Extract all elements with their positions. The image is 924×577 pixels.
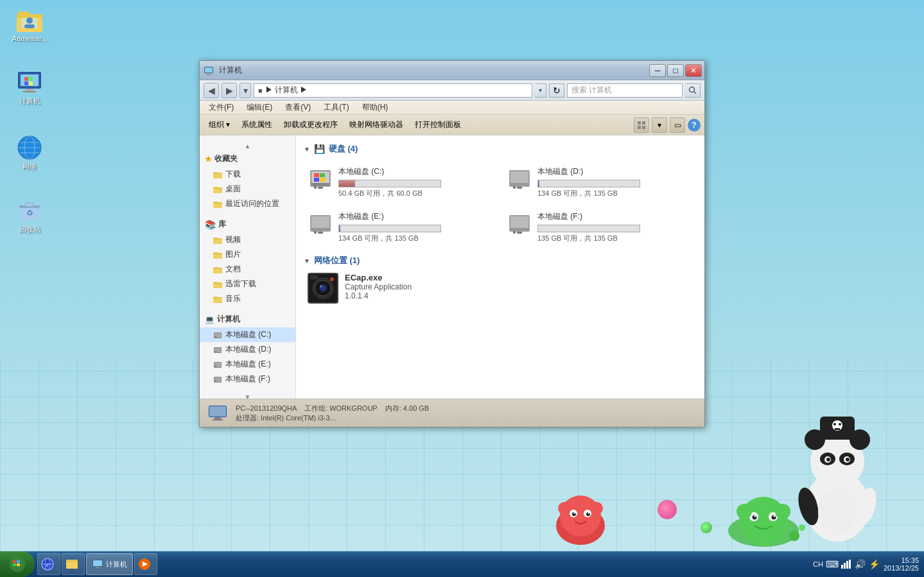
hard-disk-section-header[interactable]: ▼ 💾 硬盘 (4)	[304, 141, 697, 157]
start-button[interactable]	[0, 551, 35, 577]
minimize-button[interactable]: ─	[649, 64, 666, 77]
star-icon: ★	[205, 155, 212, 164]
network-tray-icon[interactable]	[841, 559, 851, 569]
svg-point-32	[826, 458, 830, 461]
keyboard-tray-icon: ⌨	[827, 559, 837, 569]
drive-item-d[interactable]: 本地磁盘 (D:) 134 GB 可用，共 135 GB	[503, 162, 697, 202]
svg-point-63	[789, 531, 799, 541]
svg-rect-74	[642, 126, 645, 129]
monitor-icon	[17, 69, 42, 95]
svg-text:e: e	[46, 561, 49, 568]
svg-rect-5	[24, 24, 35, 28]
menu-file[interactable]: 文件(F)	[205, 101, 238, 114]
favorites-header[interactable]: ★ 收藏夹	[200, 151, 295, 167]
images-label: 图片	[225, 249, 241, 260]
desktop-icon-admin[interactable]: Administr...	[6, 8, 53, 42]
svg-rect-114	[314, 173, 319, 177]
sidebar-item-xunlei[interactable]: 迅雷下载	[200, 277, 295, 291]
svg-rect-77	[214, 172, 218, 174]
library-header[interactable]: 📚 库	[200, 216, 295, 232]
svg-point-124	[513, 186, 516, 189]
address-text: ▶ 计算机 ▶	[265, 85, 308, 96]
desktop-icon-network[interactable]: 网络	[6, 135, 53, 171]
drive-f-label: 本地磁盘 (F:)	[225, 374, 270, 384]
back-button[interactable]: ◀	[204, 83, 219, 98]
sidebar-item-desktop[interactable]: 桌面	[200, 182, 295, 196]
network-item-ecap[interactable]: ECap.exe Capture Application 1.0.1.4	[304, 269, 697, 307]
maximize-button[interactable]: □	[667, 64, 684, 77]
sidebar-item-drive-c[interactable]: 本地磁盘 (C:)	[200, 327, 295, 342]
sidebar-item-drive-d[interactable]: 本地磁盘 (D:)	[200, 342, 295, 357]
drive-item-e[interactable]: 本地磁盘 (E:) 134 GB 可用，共 135 GB	[304, 207, 498, 247]
help-button[interactable]: ?	[688, 119, 701, 132]
drive-item-c[interactable]: 本地磁盘 (C:) 50.4 GB 可用，共 60.0 GB	[304, 162, 498, 202]
menu-help[interactable]: 帮助(H)	[358, 101, 392, 114]
menu-edit[interactable]: 编辑(E)	[243, 101, 276, 114]
ecap-version: 1.0.1.4	[345, 291, 412, 300]
svg-rect-133	[517, 232, 522, 234]
taskbar-explorer-button[interactable]	[62, 553, 85, 575]
address-dropdown[interactable]: ▾	[535, 83, 546, 98]
svg-rect-80	[214, 187, 218, 189]
network-section-header[interactable]: ▼ 网络位置 (1)	[304, 252, 697, 269]
search-button[interactable]	[685, 83, 701, 98]
harddisk-icon: 💾	[314, 144, 325, 154]
svg-rect-97	[213, 298, 222, 303]
close-button[interactable]: ✕	[685, 64, 702, 77]
sidebar-item-drive-e[interactable]: 本地磁盘 (E:)	[200, 357, 295, 372]
sidebar-item-documents[interactable]: 文档	[200, 262, 295, 277]
status-computer-icon	[207, 404, 228, 422]
sidebar-item-recent[interactable]: 最近访问的位置	[200, 196, 295, 211]
address-field[interactable]: ■ ▶ 计算机 ▶	[254, 83, 532, 98]
uninstall-button[interactable]: 卸载或更改程序	[279, 117, 343, 133]
candy-pink	[658, 500, 677, 519]
language-indicator: CH	[813, 560, 823, 568]
menu-tools[interactable]: 工具(T)	[320, 101, 353, 114]
folder-icon-desktop	[213, 184, 223, 194]
menu-view[interactable]: 查看(V)	[281, 101, 315, 114]
preview-button[interactable]: ▭	[670, 117, 685, 133]
system-props-button[interactable]: 系统属性	[236, 117, 277, 133]
drive-icon-e	[213, 359, 223, 370]
processor: 处理器: Intel(R) Core(TM) i3-3...	[236, 414, 336, 422]
ecap-info: ECap.exe Capture Application 1.0.1.4	[345, 273, 412, 300]
favorites-section: ★ 收藏夹 下载	[200, 151, 295, 211]
search-input[interactable]: 搜索 计算机	[567, 83, 683, 98]
content-area: ▼ 💾 硬盘 (4)	[296, 135, 704, 399]
sidebar-item-drive-f[interactable]: 本地磁盘 (F:)	[200, 372, 295, 386]
status-line-2: 处理器: Intel(R) Core(TM) i3-3...	[236, 413, 429, 423]
refresh-button[interactable]: ↻	[549, 83, 564, 98]
desktop-icon-recycle[interactable]: ♻ 回收站	[6, 198, 53, 234]
map-drive-button[interactable]: 映射网络驱动器	[344, 117, 408, 133]
sidebar-scroll-up[interactable]: ▲	[200, 141, 295, 151]
view-options-button[interactable]	[634, 117, 649, 133]
taskbar-ie-button[interactable]: e	[37, 553, 60, 575]
svg-rect-159	[67, 560, 72, 562]
desktop-icon-computer[interactable]: 计算机	[6, 69, 53, 106]
sidebar-item-downloads[interactable]: 下载	[200, 167, 295, 182]
sidebar-scroll-down[interactable]: ▼	[200, 392, 295, 399]
control-panel-button[interactable]: 打开控制面板	[410, 117, 466, 133]
drive-e-name: 本地磁盘 (E:)	[338, 211, 494, 222]
drive-icon-c	[213, 330, 223, 340]
drive-item-f[interactable]: 本地磁盘 (F:) 135 GB 可用，共 135 GB	[503, 207, 697, 247]
power-tray-icon[interactable]: ⚡	[869, 559, 880, 569]
organize-button[interactable]: 组织 ▾	[204, 117, 235, 133]
sidebar-item-images[interactable]: 图片	[200, 247, 295, 262]
svg-rect-91	[213, 269, 222, 273]
sidebar-item-music[interactable]: 音乐	[200, 291, 295, 306]
forward-button[interactable]: ▶	[222, 83, 237, 98]
volume-tray-icon[interactable]: 🔊	[855, 559, 866, 569]
drive-f-info: 本地磁盘 (F:) 135 GB 可用，共 135 GB	[537, 211, 693, 243]
dropdown-button[interactable]: ▾	[240, 83, 251, 98]
ecap-name: ECap.exe	[345, 273, 412, 282]
drive-c-info: 本地磁盘 (C:) 50.4 GB 可用，共 60.0 GB	[338, 166, 494, 198]
drive-c-name: 本地磁盘 (C:)	[338, 166, 494, 177]
taskbar-media-button[interactable]	[134, 553, 157, 575]
view-toggle-button[interactable]: ▾	[652, 117, 667, 133]
computer-header[interactable]: 💻 计算机	[200, 311, 295, 327]
taskbar-computer-button[interactable]: 计算机	[86, 553, 133, 575]
sidebar-item-videos[interactable]: 视频	[200, 232, 295, 247]
svg-point-50	[588, 512, 590, 514]
globe-icon	[17, 135, 42, 160]
